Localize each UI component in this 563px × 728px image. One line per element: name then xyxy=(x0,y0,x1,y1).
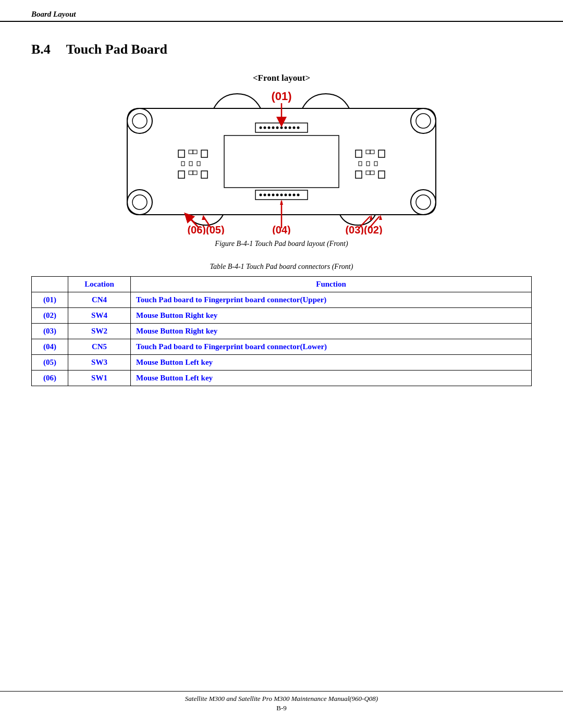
table-header-row: Location Function xyxy=(32,277,532,292)
cell-function: Touch Pad board to Fingerprint board con… xyxy=(131,339,532,355)
cell-number: (02) xyxy=(32,308,68,324)
svg-point-22 xyxy=(297,127,300,129)
footer-page: B-9 xyxy=(0,704,563,712)
cell-location: SW4 xyxy=(68,308,131,324)
svg-point-17 xyxy=(276,127,279,129)
cell-location: SW2 xyxy=(68,324,131,339)
svg-rect-37 xyxy=(201,150,207,157)
svg-rect-51 xyxy=(374,162,377,166)
svg-point-31 xyxy=(289,194,291,196)
table-caption: Table B-4-1 Touch Pad board connectors (… xyxy=(31,263,532,271)
svg-rect-43 xyxy=(193,171,197,175)
header-function: Function xyxy=(131,277,532,292)
section-heading: B.4Touch Pad Board xyxy=(31,42,532,57)
table-row: (01)CN4Touch Pad board to Fingerprint bo… xyxy=(32,292,532,308)
table-row: (03)SW2Mouse Button Right key xyxy=(32,324,532,339)
svg-rect-45 xyxy=(356,150,362,157)
svg-rect-38 xyxy=(181,162,185,166)
cell-function: Touch Pad board to Fingerprint board con… xyxy=(131,292,532,308)
svg-text:(06)(05): (06)(05) xyxy=(187,224,224,235)
svg-text:(01): (01) xyxy=(271,90,291,103)
table-row: (06)SW1Mouse Button Left key xyxy=(32,371,532,386)
svg-point-20 xyxy=(289,127,291,129)
table-row: (02)SW4Mouse Button Right key xyxy=(32,308,532,324)
cell-function: Mouse Button Right key xyxy=(131,324,532,339)
svg-point-3 xyxy=(416,114,431,128)
page-header: Board Layout xyxy=(0,0,563,22)
svg-rect-35 xyxy=(189,150,193,154)
svg-point-28 xyxy=(276,194,279,196)
table-row: (05)SW3Mouse Button Left key xyxy=(32,355,532,371)
cell-number: (05) xyxy=(32,355,68,371)
front-layout-label: <Front layout> xyxy=(31,73,532,83)
svg-rect-48 xyxy=(378,150,385,157)
svg-text:(03)(02): (03)(02) xyxy=(345,224,382,235)
cell-function: Mouse Button Left key xyxy=(131,371,532,386)
page: Board Layout B.4Touch Pad Board <Front l… xyxy=(0,0,563,728)
svg-rect-44 xyxy=(201,171,207,178)
svg-point-18 xyxy=(280,127,283,129)
board-diagram: (01) (06)(05) xyxy=(104,89,459,235)
svg-point-29 xyxy=(280,194,283,196)
svg-point-25 xyxy=(264,194,266,196)
svg-rect-39 xyxy=(189,162,192,166)
cell-location: SW1 xyxy=(68,371,131,386)
svg-rect-50 xyxy=(366,162,370,166)
section-title: Touch Pad Board xyxy=(66,42,167,57)
cell-function: Mouse Button Right key xyxy=(131,308,532,324)
svg-point-4 xyxy=(127,190,152,215)
cell-function: Mouse Button Left key xyxy=(131,355,532,371)
svg-point-16 xyxy=(272,127,275,129)
svg-point-26 xyxy=(268,194,271,196)
cell-number: (06) xyxy=(32,371,68,386)
svg-point-27 xyxy=(272,194,275,196)
svg-point-14 xyxy=(264,127,266,129)
svg-rect-41 xyxy=(178,171,185,178)
cell-location: CN4 xyxy=(68,292,131,308)
cell-location: SW3 xyxy=(68,355,131,371)
header-location: Location xyxy=(68,277,131,292)
svg-point-5 xyxy=(132,195,147,209)
svg-point-19 xyxy=(285,127,287,129)
svg-rect-34 xyxy=(178,150,185,157)
footer-text: Satellite M300 and Satellite Pro M300 Ma… xyxy=(0,695,563,703)
cell-location: CN5 xyxy=(68,339,131,355)
svg-point-15 xyxy=(268,127,271,129)
page-footer: Satellite M300 and Satellite Pro M300 Ma… xyxy=(0,691,563,712)
svg-point-24 xyxy=(260,194,262,196)
cell-number: (04) xyxy=(32,339,68,355)
svg-rect-54 xyxy=(370,171,374,175)
svg-point-6 xyxy=(411,190,436,215)
diagram-container: (01) (06)(05) xyxy=(31,89,532,235)
svg-point-0 xyxy=(127,108,152,133)
svg-point-2 xyxy=(411,108,436,133)
svg-point-7 xyxy=(416,195,431,209)
svg-point-32 xyxy=(293,194,296,196)
svg-rect-36 xyxy=(193,150,197,154)
svg-point-30 xyxy=(285,194,287,196)
svg-point-1 xyxy=(132,114,147,128)
table-row: (04)CN5Touch Pad board to Fingerprint bo… xyxy=(32,339,532,355)
cell-number: (03) xyxy=(32,324,68,339)
svg-rect-53 xyxy=(366,171,370,175)
svg-marker-70 xyxy=(370,215,373,220)
svg-rect-47 xyxy=(370,150,374,154)
header-title: Board Layout xyxy=(31,10,76,18)
svg-rect-40 xyxy=(197,162,200,166)
svg-point-13 xyxy=(260,127,262,129)
section-number: B.4 xyxy=(31,42,51,57)
svg-marker-67 xyxy=(280,200,283,205)
figure-caption: Figure B-4-1 Touch Pad board layout (Fro… xyxy=(31,240,532,248)
svg-rect-56 xyxy=(224,135,339,188)
svg-rect-42 xyxy=(189,171,193,175)
svg-rect-49 xyxy=(359,162,362,166)
svg-rect-46 xyxy=(366,150,370,154)
svg-point-21 xyxy=(293,127,296,129)
svg-point-33 xyxy=(297,194,300,196)
connectors-table: Location Function (01)CN4Touch Pad board… xyxy=(31,276,532,386)
svg-rect-52 xyxy=(356,171,362,178)
header-num xyxy=(32,277,68,292)
cell-number: (01) xyxy=(32,292,68,308)
main-content: B.4Touch Pad Board <Front layout> xyxy=(0,22,563,443)
svg-rect-55 xyxy=(378,171,385,178)
